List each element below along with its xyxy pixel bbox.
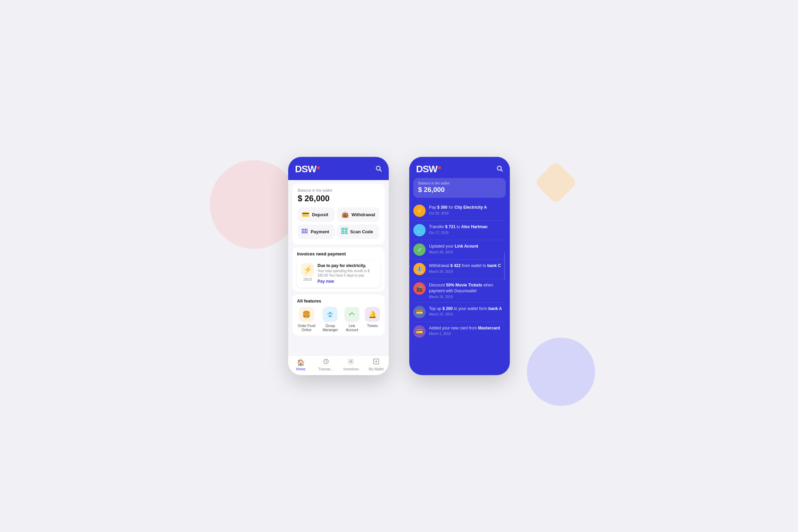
txn-date: March 28, 2019	[429, 250, 506, 254]
search-button[interactable]	[375, 165, 382, 174]
transaction-item: 🏦Withdrawal $ 422 from wallet to bank CM…	[413, 260, 506, 279]
nav-my-wallet[interactable]: My Wallet	[364, 358, 389, 371]
invoice-card: ⚡ 29/10 Due to pay for electricity. Your…	[297, 260, 380, 287]
svg-point-18	[329, 312, 331, 314]
dsw-logo-2: DSW	[416, 164, 441, 175]
phone2-balance-amount: $ 26,000	[418, 186, 501, 194]
svg-point-28	[350, 361, 352, 363]
search-button-2[interactable]	[496, 165, 503, 174]
group-manager-icon	[323, 307, 338, 322]
transactions-nav-label: Transac...	[319, 367, 334, 371]
txn-date: March 1, 2019	[429, 332, 506, 336]
deco-circle-blue	[527, 338, 595, 406]
txn-avatar: 🏦	[413, 263, 426, 275]
svg-rect-12	[305, 232, 306, 233]
txn-date: March 20, 2019	[429, 312, 506, 316]
order-food-label: Order Food Online	[297, 324, 316, 332]
txn-text: Discount 50% Movie Tickets when payment …	[429, 282, 506, 299]
txn-avatar: 💧	[413, 224, 426, 236]
svg-rect-4	[305, 229, 306, 230]
transaction-item: 💳Added your new card from MastercardMarc…	[413, 322, 506, 341]
txn-title: Top up $ 200 to your wallet form bank A	[429, 306, 506, 312]
withdrawal-button[interactable]: 👜 Withdrawal	[337, 207, 379, 222]
txn-title: Transfer $ 721 to Alex Hartman	[429, 224, 506, 230]
transaction-item: ⚡Pay $ 300 for City Electricity AOct 28,…	[413, 201, 506, 221]
nav-home[interactable]: 🏠 Home	[288, 359, 313, 371]
features-grid: 🍔 Order Food Online Group Man	[297, 307, 380, 332]
group-manager-label: Group Mananger	[322, 324, 339, 332]
pay-now-button[interactable]: Pay now	[317, 279, 334, 284]
txn-avatar: 💳	[413, 306, 426, 318]
svg-line-31	[501, 169, 503, 171]
phone1-header: DSW	[288, 157, 389, 180]
deco-diamond	[534, 161, 577, 204]
phone2: › DSW Balance in the wallet $ 26,000 ⚡Pa…	[409, 157, 510, 375]
txn-date: March 24, 2019	[429, 295, 506, 299]
txn-title: Discount 50% Movie Tickets when payment …	[429, 282, 506, 294]
svg-rect-3	[304, 229, 305, 230]
invoices-section: Invoices need payment ⚡ 29/10 Due to pay…	[292, 247, 385, 292]
tickets-icon: 🔔	[365, 307, 380, 322]
txn-date: Oct 28, 2019	[429, 211, 506, 215]
phone2-balance-peek: Balance in the wallet $ 26,000	[413, 178, 506, 198]
invoice-title: Due to pay for electricity.	[317, 263, 376, 268]
txn-date: March 28, 2019	[429, 270, 506, 274]
withdrawal-label: Withdrawal	[352, 212, 375, 217]
svg-rect-5	[307, 229, 308, 230]
feature-link-account[interactable]: Link Account	[344, 307, 359, 332]
deposit-button[interactable]: 💳 Deposit	[298, 207, 335, 222]
payment-icon	[302, 228, 308, 235]
scan-code-icon	[341, 228, 348, 236]
txn-text: Transfer $ 721 to Alex HartmanOtc 17, 20…	[429, 224, 506, 235]
svg-rect-15	[345, 228, 347, 230]
txn-text: Withdrawal $ 422 from wallet to bank CMa…	[429, 263, 506, 274]
order-food-icon: 🍔	[299, 307, 314, 322]
action-buttons: 💳 Deposit 👜 Withdrawal	[298, 207, 379, 239]
svg-rect-9	[307, 231, 308, 232]
scan-code-label: Scan Code	[350, 229, 373, 234]
incentives-nav-icon	[348, 358, 354, 366]
features-title: All features	[297, 298, 380, 304]
bottom-nav: 🏠 Home Transac...	[288, 355, 389, 375]
nav-transactions[interactable]: Transac...	[313, 358, 339, 371]
svg-rect-2	[302, 229, 303, 230]
feature-group-manager[interactable]: Group Mananger	[322, 307, 339, 332]
scene: DSW Balance in the wallet $ 26,000 💳	[200, 133, 598, 399]
svg-rect-13	[307, 232, 308, 233]
txn-avatar: ✓	[413, 243, 426, 256]
txn-title: Pay $ 300 for City Electricity A	[429, 205, 506, 210]
payment-button[interactable]: Payment	[298, 224, 335, 239]
link-account-label: Link Account	[344, 324, 359, 332]
tickets-label: Tickets	[367, 324, 378, 328]
transactions-nav-icon	[323, 358, 329, 366]
transaction-item: 🎬Discount 50% Movie Tickets when payment…	[413, 279, 506, 302]
svg-point-19	[327, 313, 329, 315]
svg-line-1	[380, 169, 382, 171]
txn-avatar: 💳	[413, 325, 426, 338]
txn-title: Added your new card from Mastercard	[429, 325, 506, 331]
svg-rect-8	[305, 231, 306, 232]
scan-code-button[interactable]: Scan Code	[337, 224, 379, 239]
incentives-nav-label: Incentives	[343, 367, 359, 371]
deposit-label: Deposit	[312, 212, 328, 217]
dsw-logo: DSW	[295, 164, 320, 175]
txn-avatar: ⚡	[413, 205, 426, 217]
balance-card: Balance in the wallet $ 26,000 💳 Deposit…	[292, 183, 385, 245]
svg-point-21	[328, 315, 332, 317]
invoice-subtitle: Your total spending this month is $ 180.…	[317, 269, 376, 278]
my-wallet-nav-label: My Wallet	[369, 367, 384, 371]
feature-order-food[interactable]: 🍔 Order Food Online	[297, 307, 316, 332]
feature-tickets[interactable]: 🔔 Tickets	[365, 307, 380, 332]
phone1-body: Balance in the wallet $ 26,000 💳 Deposit…	[288, 180, 389, 374]
svg-rect-14	[342, 228, 344, 230]
txn-text: Added your new card from MastercardMarch…	[429, 325, 506, 336]
deposit-icon: 💳	[302, 211, 309, 218]
txn-title: Withdrawal $ 422 from wallet to bank C	[429, 263, 506, 269]
txn-text: Updated your Link AcountMarch 28, 2019	[429, 243, 506, 254]
txn-title: Updated your Link Acount	[429, 243, 506, 249]
txn-avatar: 🎬	[413, 282, 426, 295]
scroll-indicator	[504, 252, 505, 280]
my-wallet-nav-icon	[373, 358, 379, 366]
svg-rect-11	[304, 232, 305, 233]
nav-incentives[interactable]: Incentives	[339, 358, 364, 371]
